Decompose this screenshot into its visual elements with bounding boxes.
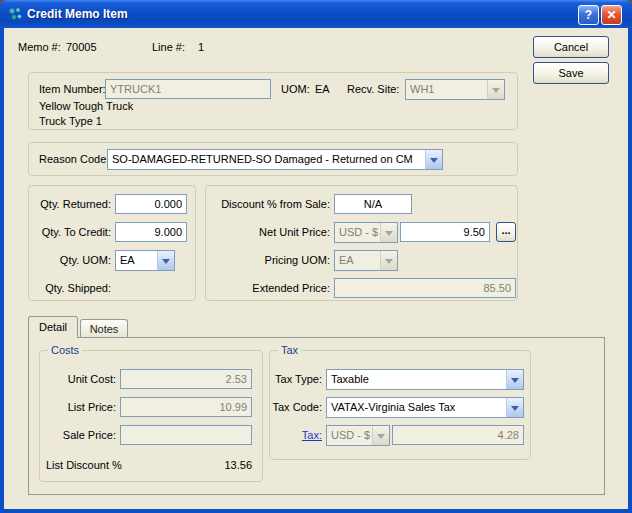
tax-currency-combo: USD - $ <box>326 425 390 446</box>
currency-combo: USD - $ <box>334 222 398 243</box>
chevron-down-icon <box>380 251 397 270</box>
chevron-down-icon <box>487 80 504 99</box>
qty-returned-field[interactable]: 0.000 <box>115 194 187 214</box>
discount-from-sale-label: Discount % from Sale: <box>206 198 330 211</box>
tax-code-combo[interactable]: VATAX-Virginia Sales Tax <box>326 397 524 418</box>
unit-cost-field: 2.53 <box>120 369 252 389</box>
tax-link[interactable]: Tax: <box>270 429 322 442</box>
pricing-uom-label: Pricing UOM: <box>206 254 330 267</box>
extended-price-label: Extended Price: <box>206 282 330 295</box>
chevron-down-icon <box>506 398 523 417</box>
list-price-label: List Price: <box>40 401 116 414</box>
close-button[interactable]: ✕ <box>601 5 622 25</box>
recv-site-combo: WH1 <box>405 79 505 100</box>
credit-memo-item-window: Credit Memo Item ? ✕ Memo #: 70005 Line … <box>0 0 632 513</box>
qty-shipped-label: Qty. Shipped: <box>29 282 111 295</box>
save-button[interactable]: Save <box>533 62 609 84</box>
item-description-line2: Truck Type 1 <box>39 115 102 128</box>
item-number-field: YTRUCK1 <box>105 79 271 99</box>
pricing-uom-combo: EA <box>334 250 398 271</box>
qty-uom-combo[interactable]: EA <box>115 250 175 271</box>
help-icon: ? <box>585 8 592 22</box>
item-groupbox: Item Number: YTRUCK1 UOM: EA Recv. Site:… <box>28 72 518 130</box>
qty-to-credit-field[interactable]: 9.000 <box>115 222 187 242</box>
costs-groupbox: Costs Unit Cost: 2.53 List Price: 10.99 … <box>39 350 263 482</box>
reason-code-combo[interactable]: SO-DAMAGED-RETURNED-SO Damaged - Returne… <box>107 149 443 170</box>
net-unit-price-label: Net Unit Price: <box>206 226 330 239</box>
quantity-groupbox: Qty. Returned: 0.000 Qty. To Credit: 9.0… <box>28 185 196 301</box>
title-bar[interactable]: Credit Memo Item <box>0 0 632 28</box>
uom-label: UOM: <box>281 83 310 96</box>
list-discount-label: List Discount % <box>46 459 122 472</box>
line-number-value: 1 <box>198 41 204 54</box>
close-icon: ✕ <box>606 8 616 22</box>
tax-code-label: Tax Code: <box>270 401 322 414</box>
app-icon <box>7 6 23 22</box>
discount-from-sale-field[interactable]: N/A <box>334 194 412 214</box>
chevron-down-icon <box>380 223 397 242</box>
qty-returned-label: Qty. Returned: <box>29 198 111 211</box>
tax-group-title: Tax <box>278 344 301 357</box>
chevron-down-icon <box>157 251 174 270</box>
sale-price-field <box>120 425 252 445</box>
costs-group-title: Costs <box>48 344 82 357</box>
reason-code-label: Reason Code: <box>39 153 109 166</box>
tab-notes[interactable]: Notes <box>80 319 128 338</box>
memo-number-value: 70005 <box>66 41 97 54</box>
unit-cost-label: Unit Cost: <box>40 373 116 386</box>
qty-to-credit-label: Qty. To Credit: <box>29 226 111 239</box>
tax-type-combo[interactable]: Taxable <box>326 369 524 390</box>
window-title: Credit Memo Item <box>27 7 128 21</box>
qty-uom-label: Qty. UOM: <box>29 254 111 267</box>
dialog-client-area: Memo #: 70005 Line #: 1 Cancel Save Item… <box>4 28 628 509</box>
item-description-line1: Yellow Tough Truck <box>39 100 133 113</box>
recv-site-label: Recv. Site: <box>347 83 399 96</box>
more-options-button[interactable]: ... <box>496 222 516 242</box>
chevron-down-icon <box>372 426 389 445</box>
uom-value: EA <box>315 83 330 96</box>
cancel-button[interactable]: Cancel <box>533 36 609 58</box>
help-button[interactable]: ? <box>578 5 599 25</box>
item-number-label: Item Number: <box>39 83 106 96</box>
tax-groupbox: Tax Tax Type: Taxable Tax Code: VATAX-Vi… <box>269 350 531 460</box>
detail-tab-panel: Costs Unit Cost: 2.53 List Price: 10.99 … <box>28 337 605 495</box>
chevron-down-icon <box>506 370 523 389</box>
list-price-field: 10.99 <box>120 397 252 417</box>
tax-type-label: Tax Type: <box>270 373 322 386</box>
extended-price-field: 85.50 <box>334 278 516 298</box>
chevron-down-icon <box>425 150 442 169</box>
tax-amount-field: 4.28 <box>392 425 524 445</box>
memo-number-label: Memo #: <box>18 41 61 54</box>
reason-groupbox: Reason Code: SO-DAMAGED-RETURNED-SO Dama… <box>28 142 518 176</box>
line-number-label: Line #: <box>152 41 185 54</box>
sale-price-label: Sale Price: <box>40 429 116 442</box>
net-unit-price-field[interactable]: 9.50 <box>400 222 490 242</box>
list-discount-value: 13.56 <box>152 459 252 472</box>
pricing-groupbox: Discount % from Sale: N/A Net Unit Price… <box>205 185 518 301</box>
tab-detail[interactable]: Detail <box>28 316 78 338</box>
